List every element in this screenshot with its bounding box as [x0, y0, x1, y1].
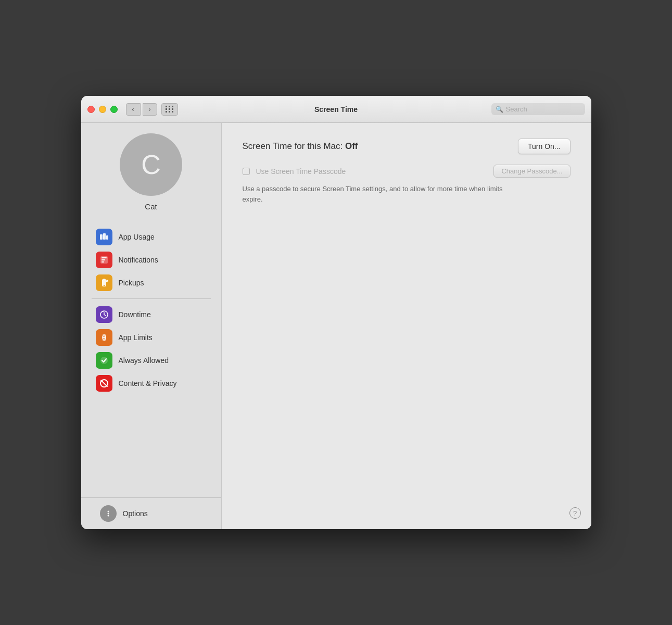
search-placeholder: Search [506, 105, 527, 113]
passcode-label: Use Screen Time Passcode [256, 167, 488, 176]
svg-point-17 [107, 511, 109, 512]
sidebar-label-downtime: Downtime [119, 310, 151, 319]
sidebar-item-options[interactable]: Options [90, 502, 213, 525]
svg-point-19 [107, 515, 109, 517]
sidebar-divider [92, 298, 211, 299]
minimize-button[interactable] [99, 106, 106, 113]
grid-icon [166, 106, 174, 113]
titlebar: ‹ › Screen Time 🔍 Search [81, 96, 591, 123]
sidebar-label-notifications: Notifications [119, 256, 158, 264]
sidebar-item-app-limits[interactable]: App Limits [85, 326, 217, 349]
sidebar-label-app-usage: App Usage [119, 233, 155, 241]
sidebar-label-always-allowed: Always Allowed [119, 356, 169, 365]
search-bar[interactable]: 🔍 Search [491, 103, 585, 115]
maximize-button[interactable] [110, 106, 118, 113]
avatar: C [120, 133, 182, 196]
back-button[interactable]: ‹ [126, 103, 141, 116]
notifications-icon [96, 252, 112, 268]
passcode-row: Use Screen Time Passcode Change Passcode… [243, 165, 570, 178]
change-passcode-button: Change Passcode... [493, 165, 570, 178]
user-section: C Cat [81, 133, 221, 221]
options-icon [100, 505, 117, 522]
sidebar-label-content-privacy: Content & Privacy [119, 379, 177, 388]
screen-time-header: Screen Time for this Mac: Off Turn On... [243, 139, 570, 154]
svg-point-18 [107, 513, 109, 515]
svg-rect-4 [102, 257, 107, 258]
sidebar-item-always-allowed[interactable]: Always Allowed [85, 349, 217, 372]
traffic-lights [87, 106, 118, 113]
nav-buttons: ‹ › [126, 103, 157, 116]
app-limits-icon [96, 329, 112, 346]
forward-button[interactable]: › [143, 103, 157, 116]
back-icon: ‹ [132, 105, 134, 113]
forward-icon: › [148, 105, 150, 113]
window-body: C Cat App Usage [81, 123, 591, 529]
sidebar-label-options: Options [123, 509, 148, 518]
search-icon: 🔍 [496, 106, 503, 113]
pickups-icon [96, 274, 112, 291]
help-button[interactable]: ? [569, 507, 581, 519]
window-title: Screen Time [314, 105, 358, 114]
sidebar-item-downtime[interactable]: Downtime [85, 303, 217, 326]
svg-rect-2 [106, 235, 108, 240]
grid-view-button[interactable] [161, 103, 178, 116]
main-window: ‹ › Screen Time 🔍 Search C [81, 96, 591, 529]
main-content: Screen Time for this Mac: Off Turn On...… [222, 123, 591, 529]
username: Cat [145, 202, 157, 211]
passcode-description: Use a passcode to secure Screen Time set… [243, 184, 503, 204]
content-privacy-icon [96, 375, 112, 392]
sidebar-label-app-limits: App Limits [119, 333, 153, 342]
always-allowed-icon [96, 352, 112, 369]
options-section: Options [81, 497, 221, 529]
help-icon: ? [573, 509, 577, 517]
sidebar-item-app-usage[interactable]: App Usage [85, 226, 217, 248]
sidebar-item-content-privacy[interactable]: Content & Privacy [85, 372, 217, 395]
sidebar: C Cat App Usage [81, 123, 222, 529]
passcode-checkbox[interactable] [243, 168, 250, 175]
status-value: Off [345, 141, 358, 151]
svg-line-16 [101, 380, 107, 386]
sidebar-item-pickups[interactable]: Pickups [85, 271, 217, 294]
turn-on-button[interactable]: Turn On... [518, 139, 570, 154]
svg-rect-1 [103, 233, 106, 240]
svg-point-8 [103, 285, 104, 286]
svg-rect-9 [103, 279, 105, 280]
sidebar-item-notifications[interactable]: Notifications [85, 248, 217, 271]
svg-rect-6 [102, 261, 104, 262]
svg-rect-0 [100, 234, 103, 240]
sidebar-nav: App Usage Notifications [81, 221, 221, 497]
svg-rect-5 [102, 259, 105, 260]
sidebar-label-pickups: Pickups [119, 279, 144, 287]
downtime-icon [96, 306, 112, 323]
status-label: Screen Time for this Mac: [243, 141, 343, 151]
screen-time-status: Screen Time for this Mac: Off [243, 141, 358, 152]
app-usage-icon [96, 229, 112, 245]
close-button[interactable] [87, 106, 95, 113]
